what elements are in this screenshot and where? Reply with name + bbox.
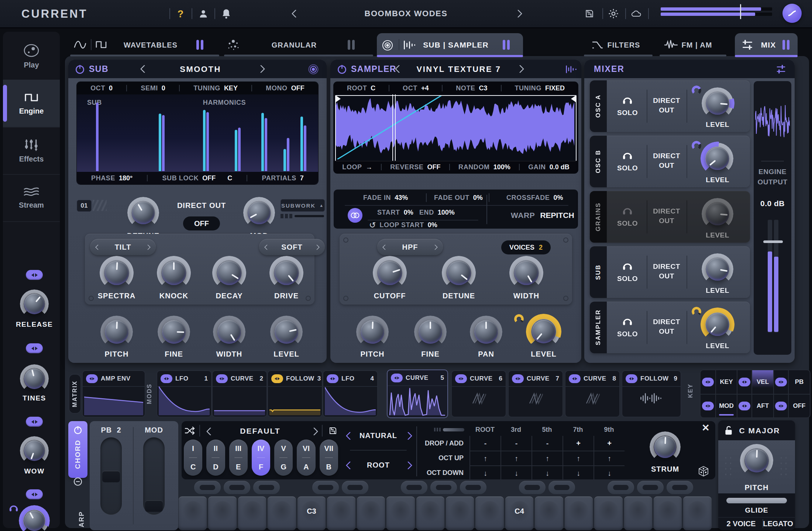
mod-wheel[interactable] [143,437,165,515]
start-value[interactable]: 0% [404,209,413,216]
degree-i[interactable]: IC [184,440,202,476]
black-key[interactable] [519,481,546,494]
glide-slider[interactable] [726,498,787,503]
tines-mod-toggle[interactable] [26,343,43,353]
crossfade-value[interactable]: 0% [553,194,563,202]
tab-fm-am[interactable]: FM | AM [682,41,712,49]
strum-knob[interactable] [650,431,681,462]
drop-add-3rd[interactable]: - [500,436,531,451]
white-key[interactable] [357,496,385,530]
shuffle-icon[interactable] [184,426,195,435]
mod-card-amp-env[interactable]: AMP ENV [82,370,145,417]
black-key[interactable] [608,481,634,494]
pb-mod-pill[interactable] [773,370,788,394]
white-key[interactable] [327,496,355,530]
white-key[interactable] [594,496,622,530]
degree-ii[interactable]: IID [206,440,225,476]
sidebar-item-effects[interactable]: Effects [3,127,60,175]
oct-down-7th[interactable]: ↓ [562,465,593,480]
solo-label[interactable]: SOLO [617,275,638,283]
sidebar-item-engine[interactable]: Engine [3,80,60,128]
sub-mode-right-selector[interactable]: SOFT [259,239,325,255]
wavetables-pause-icon[interactable] [196,40,203,50]
white-key[interactable] [386,496,414,530]
white-key[interactable] [179,496,207,530]
prev-icon[interactable] [382,244,388,250]
sub-fine-knob[interactable] [158,316,190,348]
filters-icon[interactable] [591,39,605,51]
sampler-wave-icon[interactable] [565,65,578,74]
off-source[interactable]: OFF [788,394,810,417]
wow-knob[interactable] [20,436,49,465]
chord-save-icon[interactable] [328,426,337,435]
granular-pause-icon[interactable] [348,40,355,50]
save-icon[interactable] [585,9,594,18]
key-mod-pill[interactable] [701,370,715,394]
oct-up-3rd[interactable]: ↑ [500,451,531,465]
mod-card-lfo-1[interactable]: LFO1 [156,370,212,417]
sample-end-handle[interactable] [571,96,576,102]
oct-down-3rd[interactable]: ↓ [500,465,531,480]
matrix-tab[interactable]: MATRIX [69,374,81,414]
dice-randomize-icon[interactable] [698,466,709,477]
sampler-filter-selector[interactable]: HPF [377,239,443,255]
white-key[interactable] [535,496,563,530]
pitch-bend-wheel[interactable] [100,437,122,515]
black-key[interactable] [401,481,427,494]
chord-collapse-icon[interactable] [73,477,83,486]
black-key[interactable] [224,481,250,494]
white-key[interactable] [565,496,593,530]
mix-pause-icon[interactable] [782,40,789,50]
mod-card-curve-5[interactable]: CURVE5 [387,369,448,418]
next-icon[interactable] [145,244,151,250]
mod-card-curve-8[interactable]: CURVE8 [565,370,620,417]
vel-source[interactable]: VEL [751,370,773,394]
direct-out-label[interactable]: DIRECT [653,318,680,326]
white-key[interactable] [654,496,682,530]
end-value[interactable]: 100% [438,209,455,216]
oct-down-9th[interactable]: ↓ [593,465,625,480]
drop-add-root[interactable]: - [469,436,500,451]
arp-tab[interactable]: ARP [78,511,86,527]
degree-v[interactable]: VG [274,440,293,476]
sub-detune-knob[interactable] [127,197,159,229]
drive-knob[interactable] [269,256,303,290]
next-icon[interactable] [432,244,438,250]
tab-wavetables[interactable]: WAVETABLES [124,41,178,49]
prev-preset-icon[interactable] [292,10,300,18]
chord-power-icon[interactable] [73,426,82,434]
link-loop-icon[interactable] [348,208,362,223]
legato-toggle[interactable]: LEGATO [763,520,793,528]
sub-prev-preset-icon[interactable] [140,65,149,73]
solo-headphones-icon[interactable] [621,205,634,215]
white-key-c3[interactable]: C3 [297,496,326,530]
mod-mod-pill[interactable] [701,394,715,417]
sample-start-handle[interactable] [336,96,341,102]
sub-focus-icon[interactable] [307,63,319,75]
granular-dots-icon[interactable] [226,38,241,52]
account-icon[interactable] [198,8,209,19]
black-key[interactable] [667,481,693,494]
tab-filters[interactable]: FILTERS [608,41,640,49]
drop-add-7th[interactable]: + [562,436,593,451]
cutoff-knob[interactable] [373,256,407,290]
solo-label[interactable]: SOLO [617,164,638,172]
fm-am-icon[interactable] [664,39,678,51]
direct-out-label[interactable]: DIRECT [653,152,680,160]
sub-mix-level-knob[interactable] [702,253,733,285]
oct-down-root[interactable]: ↓ [469,465,500,480]
sub-direct-out-toggle[interactable]: OFF [183,216,220,230]
fade-in-value[interactable]: 43% [395,194,408,202]
white-key[interactable] [238,496,266,530]
sampler-detune-knob[interactable] [442,256,476,290]
white-key[interactable] [475,496,503,530]
white-key[interactable] [446,496,474,530]
knock-knob[interactable] [157,256,191,290]
mod-card-lfo-4[interactable]: LFO4 [323,370,378,417]
off-mod-pill[interactable] [773,394,788,417]
solo-label[interactable]: SOLO [617,109,638,117]
sub-power-icon[interactable] [75,64,85,74]
mod-card-curve-6[interactable]: CURVE6 [451,370,506,417]
direct-out-label[interactable]: DIRECT [653,97,680,105]
scale-lock-icon[interactable] [724,426,733,436]
